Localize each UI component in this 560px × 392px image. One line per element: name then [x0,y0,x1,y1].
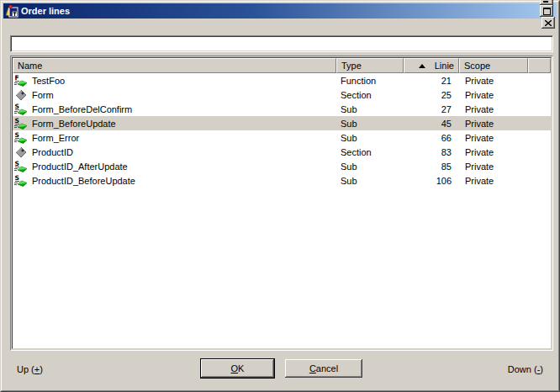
app-icon [5,4,18,18]
list-item[interactable]: S Form_BeforeDelConfirm Sub 27 Private [13,102,551,116]
close-button[interactable] [542,17,555,29]
svg-text:S: S [15,131,19,139]
item-type: Sub [336,119,404,129]
minimize-icon [543,0,550,3]
item-linie: 85 [404,162,459,172]
down-label: Down (-) [508,364,543,374]
function-icon: F [14,74,28,87]
item-linie: 25 [404,90,459,100]
item-scope: Private [459,147,528,157]
item-name: Form_BeforeDelConfirm [32,104,132,114]
svg-text:S: S [15,103,19,110]
titlebar-buttons [538,0,555,29]
item-type: Sub [336,104,404,114]
sub-icon: S [14,103,28,116]
list-rows: F TestFoo Function 21 Private Form Secti… [13,73,551,348]
section-icon [14,88,28,102]
item-scope: Private [459,119,528,129]
item-linie: 66 [404,133,459,143]
list-item[interactable]: ProductID Section 83 Private [13,145,551,159]
svg-text:S: S [15,174,19,182]
sub-icon: S [14,174,28,188]
item-type: Section [336,147,404,157]
column-header-type[interactable]: Type [336,58,404,73]
item-name: ProductID_BeforeUpdate [32,176,135,186]
sub-icon: S [14,131,28,145]
item-type: Sub [336,162,404,172]
close-icon [545,20,552,26]
item-name: ProductID [32,147,73,157]
cancel-button[interactable]: Cancel [285,359,362,378]
list-item[interactable]: S ProductID_AfterUpdate Sub 85 Private [13,159,551,173]
list-item[interactable]: S Form_Error Sub 66 Private [13,130,551,145]
item-type: Section [336,90,404,100]
svg-text:S: S [15,160,19,167]
column-header-name[interactable]: Name [13,58,336,73]
item-linie: 27 [404,104,459,114]
column-header-filler [528,58,551,73]
item-scope: Private [459,133,528,143]
item-scope: Private [459,162,528,172]
item-type: Function [336,76,404,86]
dialog-order-lines: Order lines Name [0,0,560,392]
titlebar[interactable]: Order lines [3,3,557,19]
maximize-icon [543,8,551,15]
item-name: Form_Error [32,133,79,143]
item-linie: 45 [404,119,459,129]
list-item[interactable]: S Form_BeforeUpdate Sub 45 Private [13,116,551,130]
item-name: Form_BeforeUpdate [32,119,116,129]
list-header: Name Type Linie Scope [13,58,551,73]
up-label: Up (+) [17,364,43,374]
column-header-scope[interactable]: Scope [459,58,528,73]
list-item[interactable]: F TestFoo Function 21 Private [13,73,551,87]
item-scope: Private [459,104,528,114]
sort-asc-icon [419,64,425,68]
list-item[interactable]: S ProductID_BeforeUpdate Sub 106 Private [13,173,551,188]
item-name: TestFoo [32,76,65,86]
item-scope: Private [459,90,528,100]
item-type: Sub [336,133,404,143]
item-linie: 106 [404,176,459,186]
item-scope: Private [459,176,528,186]
item-linie: 21 [404,76,459,86]
sub-icon: S [14,117,28,130]
list-item[interactable]: Form Section 25 Private [13,87,551,102]
item-name: Form [32,90,54,100]
window-title: Order lines [21,6,538,16]
procedure-list: Name Type Linie Scope F T [10,56,553,351]
item-type: Sub [336,176,404,186]
ok-button[interactable]: OK [200,358,275,379]
item-name: ProductID_AfterUpdate [32,162,128,172]
svg-text:S: S [15,117,19,124]
svg-text:F: F [15,74,19,82]
dialog-frame: Order lines Name [1,1,559,391]
maximize-button[interactable] [540,5,553,17]
sub-icon: S [14,160,28,173]
section-icon [14,146,28,159]
item-scope: Private [459,76,528,86]
filter-input[interactable] [10,35,553,52]
column-header-linie[interactable]: Linie [404,58,459,73]
item-linie: 83 [404,147,459,157]
